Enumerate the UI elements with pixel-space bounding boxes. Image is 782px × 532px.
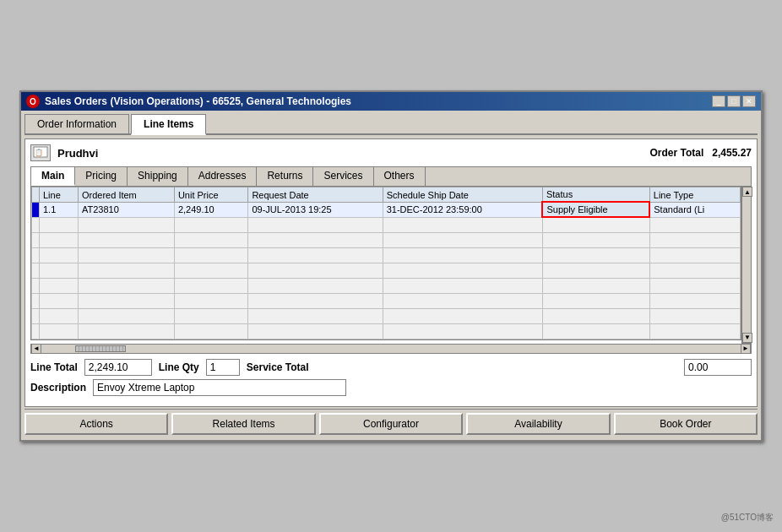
cell-schedule-ship-date[interactable]: 31-DEC-2012 23:59:00 <box>383 202 542 217</box>
tab-line-items[interactable]: Line Items <box>131 114 206 135</box>
scroll-track <box>742 197 751 333</box>
table-scroll-area: Line Ordered Item Unit Price Request Dat… <box>30 186 741 344</box>
watermark: @51CTO博客 <box>721 512 774 524</box>
availability-button[interactable]: Availability <box>466 413 610 435</box>
actions-button[interactable]: Actions <box>24 413 168 435</box>
cell-request-date[interactable]: 09-JUL-2013 19:25 <box>248 202 383 217</box>
content-area: 📋 Prudhvi Order Total 2,455.27 Main Pric… <box>24 138 758 407</box>
line-total-label: Line Total <box>30 361 78 373</box>
line-items-table: Line Ordered Item Unit Price Request Dat… <box>31 187 741 339</box>
scroll-up-button[interactable]: ▲ <box>742 187 752 197</box>
svg-text:📋: 📋 <box>35 148 43 156</box>
table-row-empty <box>32 278 741 293</box>
inner-tab-main[interactable]: Main <box>31 167 75 186</box>
cell-line-type[interactable]: Standard (Li <box>649 202 740 217</box>
related-items-button[interactable]: Related Items <box>171 413 315 435</box>
user-name: Prudhvi <box>57 147 649 160</box>
col-request-date: Request Date <box>248 187 383 203</box>
table-container: Line Ordered Item Unit Price Request Dat… <box>30 186 741 340</box>
cell-ordered-item[interactable]: AT23810 <box>78 202 174 217</box>
description-value[interactable]: Envoy Xtreme Laptop <box>93 379 346 396</box>
app-icon: O <box>26 95 40 108</box>
title-controls: _ □ ✕ <box>712 95 756 107</box>
scroll-right-button[interactable]: ► <box>741 344 751 354</box>
scroll-track-h <box>41 345 741 352</box>
bottom-bar: Actions Related Items Configurator Avail… <box>24 409 758 437</box>
inner-tab-addresses[interactable]: Addresses <box>188 167 258 186</box>
minimize-button[interactable]: _ <box>712 95 725 107</box>
scroll-thumb-h[interactable] <box>75 345 126 352</box>
col-unit-price: Unit Price <box>174 187 248 203</box>
maximize-button[interactable]: □ <box>727 95 741 107</box>
table-wrapper: Line Ordered Item Unit Price Request Dat… <box>30 186 752 344</box>
line-total-value[interactable]: 2,249.10 <box>84 359 152 376</box>
window-body: Order Information Line Items 📋 Prudhvi O… <box>21 111 761 440</box>
main-window: O Sales Orders (Vision Operations) - 665… <box>19 90 763 442</box>
col-line-type: Line Type <box>649 187 740 203</box>
service-total-value[interactable]: 0.00 <box>684 359 752 376</box>
main-tab-bar: Order Information Line Items <box>24 114 758 135</box>
cell-unit-price[interactable]: 2,249.10 <box>174 202 248 217</box>
cell-status[interactable]: Supply Eligible <box>542 202 649 217</box>
inner-tab-returns[interactable]: Returns <box>257 167 313 186</box>
table-row-empty <box>32 308 741 323</box>
description-label: Description <box>30 382 86 394</box>
description-row: Description Envoy Xtreme Laptop <box>30 379 752 396</box>
col-indicator <box>32 187 40 203</box>
tab-order-information[interactable]: Order Information <box>24 114 129 133</box>
window-title: Sales Orders (Vision Operations) - 66525… <box>45 95 351 107</box>
line-qty-label: Line Qty <box>159 361 199 373</box>
footer-fields: Line Total 2,249.10 Line Qty 1 Service T… <box>30 359 752 376</box>
inner-tab-others[interactable]: Others <box>374 167 426 186</box>
scroll-left-button[interactable]: ◄ <box>31 344 41 354</box>
col-line: Line <box>40 187 79 203</box>
configurator-button[interactable]: Configurator <box>319 413 463 435</box>
col-status: Status <box>542 187 649 203</box>
cell-line[interactable]: 1.1 <box>40 202 79 217</box>
horizontal-scrollbar[interactable]: ◄ ► <box>30 344 752 354</box>
order-total-label: Order Total <box>649 147 703 159</box>
col-schedule-ship-date: Schedule Ship Date <box>383 187 542 203</box>
order-total-value: 2,455.27 <box>712 147 752 159</box>
table-row-empty <box>32 217 741 232</box>
inner-tab-bar: Main Pricing Shipping Addresses Returns … <box>30 166 752 186</box>
inner-tab-shipping[interactable]: Shipping <box>128 167 188 186</box>
service-total-label: Service Total <box>247 361 309 373</box>
title-bar: O Sales Orders (Vision Operations) - 665… <box>21 92 761 111</box>
table-row-empty <box>32 323 741 339</box>
close-button[interactable]: ✕ <box>742 95 756 107</box>
col-ordered-item: Ordered Item <box>78 187 174 203</box>
inner-tab-pricing[interactable]: Pricing <box>75 167 128 186</box>
vertical-scrollbar[interactable]: ▲ ▼ <box>741 186 752 344</box>
inner-tab-services[interactable]: Services <box>313 167 373 186</box>
table-row-empty <box>32 232 741 247</box>
table-row[interactable]: 1.1 AT23810 2,249.10 09-JUL-2013 19:25 3… <box>32 202 741 217</box>
line-qty-value[interactable]: 1 <box>206 359 240 376</box>
table-row-empty <box>32 293 741 308</box>
book-order-button[interactable]: Book Order <box>614 413 758 435</box>
table-row-empty <box>32 263 741 278</box>
order-total-area: Order Total 2,455.27 <box>649 147 752 159</box>
title-bar-left: O Sales Orders (Vision Operations) - 665… <box>26 95 351 108</box>
user-icon: 📋 <box>30 144 51 161</box>
scroll-down-button[interactable]: ▼ <box>742 333 752 343</box>
table-row-empty <box>32 247 741 263</box>
header-row: 📋 Prudhvi Order Total 2,455.27 <box>30 144 752 161</box>
row-indicator <box>32 202 40 217</box>
